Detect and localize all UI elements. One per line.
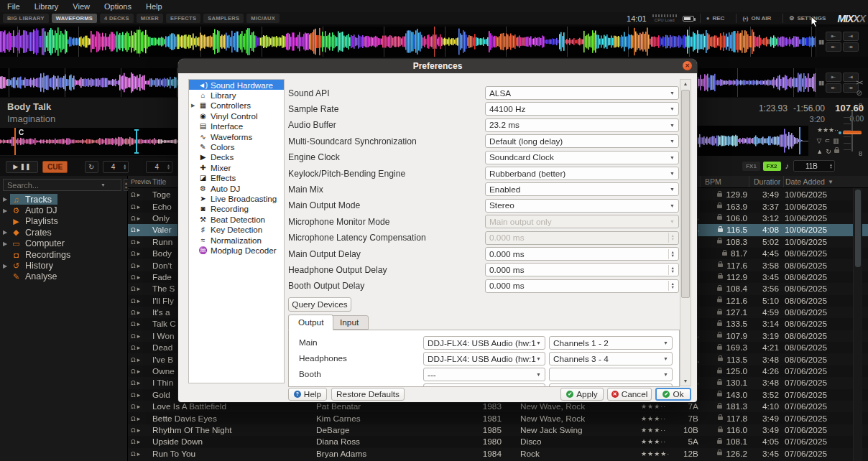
beatgrid-shift-right-button[interactable]: ⇥ — [843, 32, 859, 41]
spinner-arrows-icon[interactable]: ▲▼ — [123, 164, 128, 169]
preview-button[interactable]: Ω▸ — [128, 224, 151, 236]
select-audio-buffer[interactable]: 23.2 ms▼ — [485, 118, 679, 132]
collapse-icon[interactable]: >< — [856, 79, 862, 86]
device-select[interactable]: ---▼ — [423, 368, 545, 381]
bpm-lock-icon[interactable] — [717, 452, 722, 455]
bpm-lock-icon[interactable] — [717, 405, 722, 409]
select-engine-clock[interactable]: Soundcard Clock▼ — [485, 151, 679, 164]
beatgrid-shift-left-button[interactable]: ⇤ — [826, 32, 841, 41]
channels-select[interactable]: Channels 3 - 4▼ — [549, 352, 673, 365]
bpm-lock-icon[interactable] — [717, 440, 722, 444]
select-main-mix[interactable]: Enabled▼ — [485, 182, 679, 196]
table-row[interactable]: Ω▸Upside DownDiana Ross1980Disco★★★··5A1… — [128, 436, 868, 447]
bpm-lock-icon[interactable] — [717, 370, 722, 373]
expander-icon[interactable]: ▶ — [0, 241, 10, 247]
beats-slower-button[interactable]: ↞ — [826, 42, 841, 52]
spinner-arrows-icon[interactable]: ▲▼ — [668, 265, 675, 275]
deck1-overview-waveform[interactable]: C — [0, 128, 178, 155]
bpm-lock-icon[interactable] — [717, 240, 722, 243]
toolbar-button-samplers[interactable]: SAMPLERS — [203, 14, 244, 23]
preview-button[interactable]: Ω▸ — [128, 283, 151, 294]
menu-view[interactable]: View — [73, 2, 90, 11]
pref-nav-decks[interactable]: ▶▶Decks — [189, 152, 284, 162]
table-scrollbar-thumb[interactable] — [855, 190, 861, 267]
pref-nav-vinyl-control[interactable]: ▶◉Vinyl Control — [189, 111, 284, 121]
pitch-slider-handle[interactable] — [843, 131, 862, 134]
bpm-lock-icon[interactable] — [717, 393, 722, 396]
spinner-arrows-icon[interactable]: ▲▼ — [829, 163, 834, 169]
preview-button[interactable]: Ω▸ — [128, 424, 151, 436]
device-select[interactable]: ▼ — [423, 383, 545, 387]
beats-slower-button[interactable]: ↞ — [826, 83, 841, 93]
key-spinner[interactable]: 11B ▲▼ — [793, 160, 835, 172]
preview-button[interactable]: Ω▸ — [128, 389, 151, 401]
sidebar-item-auto-dj[interactable]: ▶⚙Auto DJ — [0, 205, 127, 215]
select-sample-rate[interactable]: 44100 Hz▼ — [485, 102, 679, 116]
table-row[interactable]: Ω▸Bette Davis EyesKim Carnes1981New Wave… — [128, 412, 868, 424]
bpm-lock-icon[interactable] — [717, 311, 722, 315]
pref-nav-key-detection[interactable]: ▶♯Key Detection — [189, 224, 284, 234]
preview-button[interactable]: Ω▸ — [128, 377, 151, 388]
scroll-down-icon[interactable]: ▼ — [680, 377, 691, 386]
device-select[interactable]: DDJ-FLX4: USB Audio (hw:1,0)▼ — [423, 336, 545, 350]
pref-nav-recording[interactable]: ▶◙Recording — [189, 204, 284, 214]
pref-nav-library[interactable]: ▶⌂Library — [189, 90, 284, 100]
expander-icon[interactable]: ▶ — [0, 229, 10, 236]
sidebar-item-recordings[interactable]: ▶◘Recordings — [0, 249, 127, 260]
pref-nav-waveforms[interactable]: ▶∿Waveforms — [189, 131, 284, 141]
sidebar-item-crates[interactable]: ▶◆Crates — [0, 227, 127, 238]
pref-nav-mixer[interactable]: ▶✚Mixer — [189, 162, 284, 172]
pref-nav-sound-hardware[interactable]: ▶◄)Sound Hardware — [189, 80, 284, 90]
spinner-arrows-icon[interactable]: ▲▼ — [167, 164, 172, 169]
expander-icon[interactable]: ▶ — [191, 103, 198, 108]
dialog-titlebar[interactable]: Preferences ✕ — [178, 59, 697, 73]
toolbar-button-4-decks[interactable]: 4 DECKS — [100, 14, 134, 23]
bpm-lock-icon[interactable] — [718, 358, 723, 361]
repeat-icon[interactable]: ↻ — [826, 148, 831, 155]
deck1-waveform[interactable] — [0, 27, 816, 57]
table-row[interactable]: Ω▸Rhythm Of The NightDeBarge1985New Jack… — [128, 424, 868, 436]
select-main-output-mode[interactable]: Stereo▼ — [485, 199, 679, 213]
preview-button[interactable]: Ω▸ — [128, 213, 151, 224]
bpm-lock-icon[interactable] — [717, 334, 722, 337]
menu-options[interactable]: Options — [104, 2, 131, 11]
beats-faster-button[interactable]: ↠ — [843, 42, 859, 52]
spinbox-main-output-delay[interactable]: 0.000 ms▲▼ — [485, 247, 679, 261]
pref-nav-normalization[interactable]: ▶≈Normalization — [189, 235, 284, 245]
loop-size-spinner[interactable]: 4 ▲▼ — [103, 161, 129, 173]
preview-button[interactable]: Ω▸ — [128, 295, 151, 307]
eject-icon[interactable]: ▲ — [816, 148, 823, 155]
preview-button[interactable]: Ω▸ — [128, 330, 151, 342]
help-button[interactable]: Help — [288, 388, 327, 401]
bpm-lock-icon[interactable] — [722, 252, 727, 256]
beatjump-size-spinner[interactable]: 4 ▲▼ — [146, 161, 172, 173]
preview-button[interactable]: Ω▸ — [128, 236, 151, 248]
expander-icon[interactable]: ▶ — [0, 263, 10, 269]
pref-nav-modplug-decoder[interactable]: ▶♒Modplug Decoder — [189, 245, 284, 255]
preview-button[interactable]: Ω▸ — [128, 412, 151, 424]
bpm-lock-icon[interactable] — [718, 429, 723, 432]
waveform-zoom-icon[interactable]: ▽ — [817, 137, 822, 144]
header-preview[interactable]: Preview — [128, 176, 151, 187]
select-keylock-pitch-bending-engine[interactable]: Rubberband (better)▼ — [485, 167, 679, 180]
pref-nav-effects[interactable]: ▶◪Effects — [189, 173, 284, 183]
play-pause-button[interactable]: ▶ ❚❚ — [6, 161, 38, 173]
spinbox-booth-output-delay[interactable]: 0.000 ms▲▼ — [485, 279, 679, 293]
select-multi-soundcard-synchronization[interactable]: Default (long delay)▼ — [485, 134, 679, 148]
toolbar-button-waveforms[interactable]: WAVEFORMS — [52, 14, 97, 23]
deck2-overview-waveform[interactable] — [693, 126, 808, 156]
preview-button[interactable]: Ω▸ — [128, 342, 151, 353]
pref-nav-auto-dj[interactable]: ▶⚙Auto DJ — [189, 183, 284, 193]
menu-library[interactable]: Library — [34, 2, 59, 11]
rec-button[interactable]: ● REC — [700, 14, 731, 23]
bpm-lock-icon[interactable] — [717, 299, 722, 302]
sidebar-item-history[interactable]: ▶↺History — [0, 260, 127, 271]
bpm-lock-icon[interactable] — [717, 205, 722, 208]
sidebar-item-analyse[interactable]: ▶✎Analyse — [0, 271, 127, 282]
dialog-scrollbar-thumb[interactable] — [681, 90, 690, 298]
bpm-lock-icon[interactable] — [717, 287, 722, 291]
table-scrollbar[interactable] — [853, 188, 862, 461]
preview-button[interactable]: Ω▸ — [128, 271, 151, 283]
expander-icon[interactable]: ▶ — [0, 208, 10, 214]
slip-mode-icon[interactable]: ⊂ — [824, 137, 830, 144]
